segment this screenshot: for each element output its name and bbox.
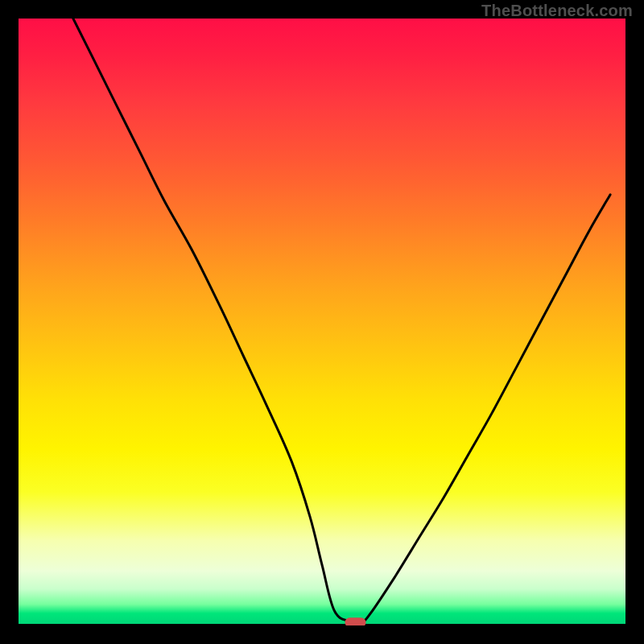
plot-area [19,19,625,625]
svg-rect-1 [345,617,366,625]
attribution-text: TheBottleneck.com [481,2,633,20]
bottleneck-curve [19,19,625,625]
chart-frame: TheBottleneck.com [0,0,644,644]
